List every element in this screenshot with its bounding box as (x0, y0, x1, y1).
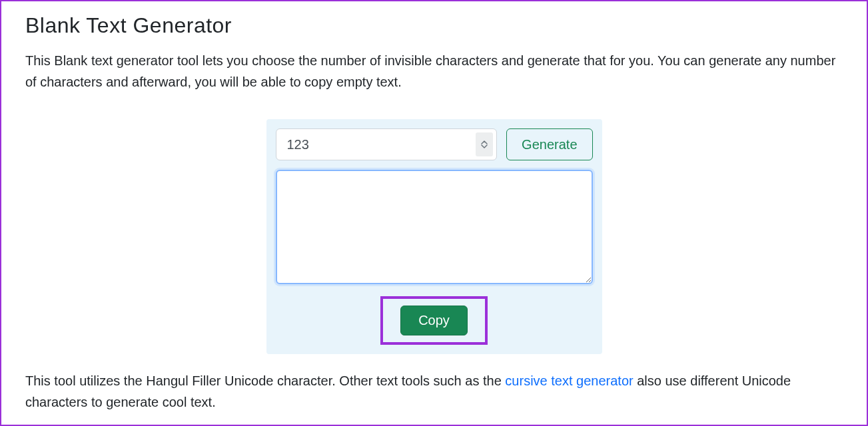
chevron-down-icon (481, 144, 488, 148)
input-row: Generate (276, 128, 593, 160)
count-input-wrap (276, 128, 498, 160)
copy-button[interactable]: Copy (400, 306, 468, 335)
generator-panel: Generate Copy (266, 119, 602, 354)
generate-button[interactable]: Generate (506, 128, 592, 160)
footer-note: This tool utilizes the Hangul Filler Uni… (25, 370, 843, 413)
cursive-generator-link[interactable]: cursive text generator (505, 373, 633, 388)
output-textarea[interactable] (276, 170, 593, 284)
outer-highlight-border: Blank Text Generator This Blank text gen… (0, 0, 868, 426)
quantity-stepper[interactable] (476, 132, 493, 156)
footer-text-before: This tool utilizes the Hangul Filler Uni… (25, 373, 505, 388)
copy-highlight-box: Copy (380, 296, 488, 345)
page-title: Blank Text Generator (25, 13, 843, 38)
count-input[interactable] (276, 128, 498, 160)
copy-row: Copy (276, 296, 593, 345)
intro-paragraph: This Blank text generator tool lets you … (25, 50, 843, 93)
